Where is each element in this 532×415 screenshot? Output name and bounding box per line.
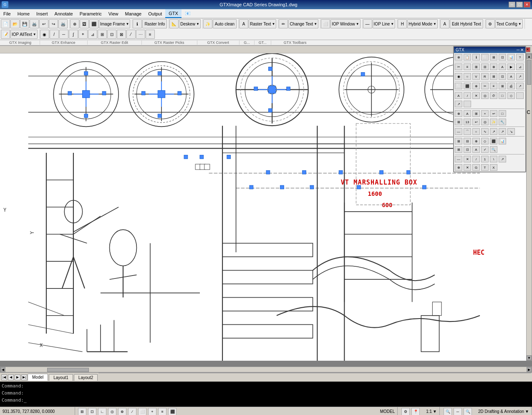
ft-btn-54[interactable]: 13 (464, 119, 471, 125)
img-frame2-btn[interactable]: ⬛ (89, 19, 98, 28)
statusbar-otrack-btn[interactable]: ∕ (128, 408, 136, 415)
ft-btn-3[interactable]: ℹ (472, 54, 480, 61)
ft-btn-21[interactable]: ⊞ (490, 73, 497, 80)
snap-btn3[interactable]: ─ (59, 30, 68, 39)
ft-btn-42[interactable] (464, 101, 471, 107)
tab-model[interactable]: Model (28, 374, 48, 381)
ft-btn-17[interactable]: ◉ (455, 73, 462, 80)
deskew-icon[interactable]: 📐 (169, 19, 179, 28)
ft-btn-70[interactable]: ⊟ (464, 138, 471, 144)
ft-btn-56[interactable]: ◎ (481, 119, 489, 125)
print2-btn[interactable]: 🖨️ (58, 19, 68, 28)
zoom-slider-btn[interactable]: ─ (454, 408, 462, 415)
ft-btn-7[interactable]: 📊 (507, 54, 515, 61)
iop-alltext-icon[interactable]: 📝 (1, 30, 10, 39)
snap-btn1[interactable]: ◉ (40, 30, 49, 39)
ft-btn-47[interactable]: ⊞ (472, 110, 480, 117)
change-text-icon[interactable]: ✏ (279, 19, 288, 28)
ft-btn-66[interactable]: ↗ (499, 128, 506, 135)
ft-btn-39[interactable]: ◇ (507, 92, 515, 99)
ft-btn-28[interactable]: ✂ (481, 83, 489, 89)
ft-btn-80[interactable]: ✓ (481, 146, 489, 153)
command-area[interactable]: Command: Command: Command: _ (0, 382, 532, 407)
ft-btn-38[interactable]: □ (499, 92, 506, 99)
statusbar-tpm-btn[interactable]: ⬛ (168, 408, 176, 415)
edit-hybrid-icon[interactable]: A (440, 19, 449, 28)
new-file-btn[interactable]: 📄 (1, 19, 10, 28)
ft-btn-67[interactable]: ↘ (507, 128, 515, 135)
close-button[interactable]: ✕ (524, 2, 530, 8)
scroll-left-btn[interactable]: ◀ (0, 367, 5, 372)
deskew-dropdown[interactable]: Deskew▼ (179, 19, 201, 28)
iop-line-dropdown[interactable]: IOP Line▼ (373, 19, 396, 28)
ft-btn-5[interactable]: ⊞ (490, 54, 497, 61)
ft-btn-89[interactable]: \ (490, 156, 497, 162)
change-text-dropdown[interactable]: Change Text▼ (288, 19, 318, 28)
tab-nav-next[interactable]: ▶ (15, 375, 20, 380)
statusbar-coords-lock-btn[interactable]: 📍 (411, 408, 420, 415)
ft-btn-95[interactable]: G (472, 164, 480, 171)
ft-btn-79[interactable]: A (472, 146, 480, 153)
scroll-down-btn[interactable]: ▼ (527, 355, 532, 360)
ft-btn-27[interactable]: ⊕ (472, 83, 480, 89)
ft-btn-26[interactable]: ⬛ (464, 83, 471, 89)
ft-btn-97[interactable]: X (490, 164, 497, 171)
ft-btn-15[interactable]: ▶ (507, 63, 515, 70)
scale-dropdown-arrow[interactable]: ▼ (433, 409, 437, 414)
statusbar-osnap-btn[interactable]: ⊕ (118, 408, 126, 415)
tab-layout1[interactable]: Layout1 (49, 374, 73, 381)
tab-nav-first[interactable]: |◀ (1, 375, 7, 380)
ft-btn-32[interactable]: ↗ (516, 83, 524, 89)
snap-btn4[interactable]: ∫ (69, 30, 78, 39)
ft-close[interactable]: ✕ (520, 48, 524, 52)
ft-btn-86[interactable]: ✕ (464, 156, 471, 162)
ft-btn-13[interactable]: ⊕ (490, 63, 497, 70)
ft-btn-36[interactable]: ◎ (481, 92, 489, 99)
ft-btn-34[interactable]: / (464, 92, 471, 99)
iop-alltext-dropdown[interactable]: IOP AllText▼ (10, 30, 38, 39)
ft-btn-63[interactable]: ○ (472, 128, 480, 135)
tab-nav-prev[interactable]: ◀ (8, 375, 14, 380)
horizontal-scrollbar[interactable]: ◀ ▶ (0, 367, 532, 372)
statusbar-ortho-btn[interactable]: ∟ (98, 408, 106, 415)
ft-btn-12[interactable]: ⊟ (481, 63, 489, 70)
ft-btn-19[interactable]: V (472, 73, 480, 80)
maximize-button[interactable]: □ (516, 2, 523, 8)
ft-btn-37[interactable]: ⏱ (490, 92, 497, 99)
raster-info-btn[interactable]: Raster Info (142, 19, 167, 28)
ft-btn-94[interactable]: ✕ (464, 164, 471, 171)
hybrid-mode-dropdown[interactable]: Hybrid Mode▼ (407, 19, 438, 28)
ft-btn-78[interactable]: ⊡ (464, 146, 471, 153)
snap-btn10[interactable]: ∕ (126, 30, 136, 39)
raster-text-dropdown[interactable]: Raster Text▼ (249, 19, 276, 28)
img-frame-btn[interactable]: 🖼 (80, 19, 89, 28)
auto-clean-icon[interactable]: ✨ (203, 19, 212, 28)
hybrid-mode-icon[interactable]: H (398, 19, 407, 28)
raster-snap-btn[interactable]: ⊕ (70, 19, 79, 28)
ft-btn-48[interactable]: + (481, 110, 489, 117)
ft-btn-33[interactable]: A (455, 92, 462, 99)
save-btn[interactable]: 💾 (20, 19, 29, 28)
ft-btn-45[interactable]: ⊕ (455, 110, 462, 117)
ft-btn-14[interactable]: A (499, 63, 506, 70)
statusbar-snap-btn[interactable]: ⊞ (78, 408, 86, 415)
ft-btn-77[interactable]: ⊞ (455, 146, 462, 153)
snap-btn12[interactable]: ≡ (146, 30, 155, 39)
snap-btn11[interactable]: ⋯ (136, 30, 145, 39)
ft-btn-35[interactable]: ✕ (472, 92, 480, 99)
ft-btn-8[interactable]: ? (516, 54, 524, 61)
statusbar-polar-btn[interactable]: ◎ (108, 408, 116, 415)
ft-btn-9[interactable]: ✂ (455, 63, 462, 70)
ft-btn-29[interactable]: ≡ (490, 83, 497, 89)
raster-text-icon[interactable]: A (239, 19, 248, 28)
ft-btn-73[interactable]: ⬛ (490, 138, 497, 144)
ft-btn-23[interactable]: A (507, 73, 515, 80)
zoom-in-btn[interactable]: 🔍 (464, 408, 472, 415)
ft-btn-93[interactable]: ⊕ (455, 164, 462, 171)
ft-btn-55[interactable]: ↩ (472, 119, 480, 125)
ft-btn-10[interactable]: ≡ (464, 63, 471, 70)
ft-btn-24[interactable]: ↗ (516, 73, 524, 80)
ft-btn-11[interactable]: ⊞ (472, 63, 480, 70)
ft-btn-2[interactable]: 📋 (464, 54, 471, 61)
snap-btn7[interactable]: ⊞ (98, 30, 107, 39)
